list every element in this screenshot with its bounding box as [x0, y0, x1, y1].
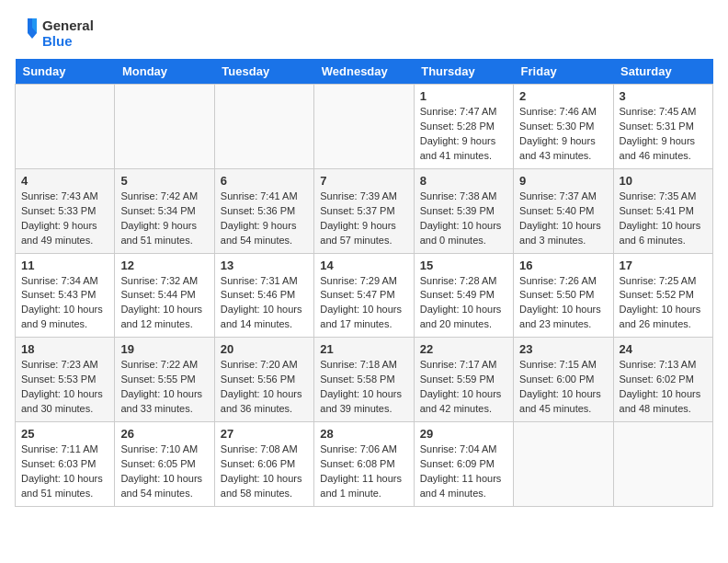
day-number: 22	[420, 342, 507, 356]
col-header-monday: Monday	[115, 59, 214, 85]
day-number: 16	[519, 259, 607, 272]
day-number: 28	[320, 427, 407, 441]
calendar-cell: 10Sunrise: 7:35 AM Sunset: 5:41 PM Dayli…	[613, 168, 712, 253]
week-row-1: 1Sunrise: 7:47 AM Sunset: 5:28 PM Daylig…	[16, 85, 713, 169]
calendar-cell: 29Sunrise: 7:04 AM Sunset: 6:09 PM Dayli…	[414, 422, 513, 507]
day-info: Sunrise: 7:38 AM Sunset: 5:39 PM Dayligh…	[420, 190, 507, 248]
calendar-cell: 11Sunrise: 7:34 AM Sunset: 5:43 PM Dayli…	[16, 253, 115, 338]
header: General Blue	[15, 15, 713, 53]
day-number: 19	[120, 342, 208, 356]
calendar-cell	[314, 85, 414, 169]
day-number: 10	[620, 174, 707, 188]
calendar-cell	[214, 85, 313, 169]
day-number: 7	[320, 174, 407, 188]
svg-text:Blue: Blue	[42, 33, 73, 49]
calendar-cell: 1Sunrise: 7:47 AM Sunset: 5:28 PM Daylig…	[414, 85, 513, 169]
day-info: Sunrise: 7:23 AM Sunset: 5:53 PM Dayligh…	[21, 358, 108, 417]
col-header-tuesday: Tuesday	[214, 59, 313, 85]
day-info: Sunrise: 7:34 AM Sunset: 5:43 PM Dayligh…	[21, 274, 108, 333]
day-info: Sunrise: 7:17 AM Sunset: 5:59 PM Dayligh…	[420, 358, 507, 417]
calendar-cell: 26Sunrise: 7:10 AM Sunset: 6:05 PM Dayli…	[115, 422, 214, 507]
day-info: Sunrise: 7:28 AM Sunset: 5:49 PM Dayligh…	[420, 274, 507, 333]
day-info: Sunrise: 7:06 AM Sunset: 6:08 PM Dayligh…	[320, 442, 407, 501]
calendar-cell: 18Sunrise: 7:23 AM Sunset: 5:53 PM Dayli…	[16, 338, 115, 422]
day-number: 8	[420, 174, 507, 188]
svg-text:General: General	[42, 17, 94, 33]
day-info: Sunrise: 7:25 AM Sunset: 5:52 PM Dayligh…	[620, 274, 707, 333]
day-number: 21	[320, 342, 407, 356]
calendar-cell	[613, 422, 712, 507]
col-header-sunday: Sunday	[16, 59, 115, 85]
day-number: 4	[21, 174, 108, 188]
day-info: Sunrise: 7:43 AM Sunset: 5:33 PM Dayligh…	[21, 190, 108, 248]
day-number: 23	[519, 342, 607, 356]
calendar-cell: 7Sunrise: 7:39 AM Sunset: 5:37 PM Daylig…	[314, 168, 414, 253]
calendar-cell: 16Sunrise: 7:26 AM Sunset: 5:50 PM Dayli…	[514, 253, 613, 338]
calendar-cell: 4Sunrise: 7:43 AM Sunset: 5:33 PM Daylig…	[16, 168, 115, 253]
calendar-cell	[16, 85, 115, 169]
calendar-cell: 19Sunrise: 7:22 AM Sunset: 5:55 PM Dayli…	[115, 338, 214, 422]
day-info: Sunrise: 7:13 AM Sunset: 6:02 PM Dayligh…	[620, 358, 707, 417]
day-info: Sunrise: 7:04 AM Sunset: 6:09 PM Dayligh…	[420, 442, 507, 501]
calendar-cell: 5Sunrise: 7:42 AM Sunset: 5:34 PM Daylig…	[115, 168, 214, 253]
day-info: Sunrise: 7:32 AM Sunset: 5:44 PM Dayligh…	[120, 274, 208, 333]
day-info: Sunrise: 7:22 AM Sunset: 5:55 PM Dayligh…	[120, 358, 208, 417]
day-info: Sunrise: 7:26 AM Sunset: 5:50 PM Dayligh…	[519, 274, 607, 333]
calendar-cell: 24Sunrise: 7:13 AM Sunset: 6:02 PM Dayli…	[613, 338, 712, 422]
day-info: Sunrise: 7:29 AM Sunset: 5:47 PM Dayligh…	[320, 274, 407, 333]
calendar-cell: 22Sunrise: 7:17 AM Sunset: 5:59 PM Dayli…	[414, 338, 513, 422]
day-info: Sunrise: 7:45 AM Sunset: 5:31 PM Dayligh…	[620, 105, 707, 164]
day-info: Sunrise: 7:46 AM Sunset: 5:30 PM Dayligh…	[519, 105, 607, 164]
calendar-cell: 3Sunrise: 7:45 AM Sunset: 5:31 PM Daylig…	[613, 85, 712, 169]
logo-svg: General Blue	[15, 15, 97, 53]
day-number: 1	[420, 89, 507, 103]
day-number: 18	[21, 342, 108, 356]
calendar-cell: 8Sunrise: 7:38 AM Sunset: 5:39 PM Daylig…	[414, 168, 513, 253]
calendar-cell: 13Sunrise: 7:31 AM Sunset: 5:46 PM Dayli…	[214, 253, 313, 338]
day-number: 26	[120, 427, 208, 441]
header-row: SundayMondayTuesdayWednesdayThursdayFrid…	[16, 59, 713, 85]
calendar-cell: 28Sunrise: 7:06 AM Sunset: 6:08 PM Dayli…	[314, 422, 414, 507]
calendar-cell: 2Sunrise: 7:46 AM Sunset: 5:30 PM Daylig…	[514, 85, 613, 169]
logo: General Blue	[15, 15, 97, 53]
calendar-cell: 6Sunrise: 7:41 AM Sunset: 5:36 PM Daylig…	[214, 168, 313, 253]
day-number: 12	[120, 259, 208, 272]
day-info: Sunrise: 7:10 AM Sunset: 6:05 PM Dayligh…	[120, 442, 208, 501]
week-row-3: 11Sunrise: 7:34 AM Sunset: 5:43 PM Dayli…	[16, 253, 713, 338]
day-info: Sunrise: 7:15 AM Sunset: 6:00 PM Dayligh…	[519, 358, 607, 417]
calendar-cell	[115, 85, 214, 169]
day-number: 20	[221, 342, 308, 356]
calendar-cell: 14Sunrise: 7:29 AM Sunset: 5:47 PM Dayli…	[314, 253, 414, 338]
day-info: Sunrise: 7:35 AM Sunset: 5:41 PM Dayligh…	[620, 190, 707, 248]
week-row-4: 18Sunrise: 7:23 AM Sunset: 5:53 PM Dayli…	[16, 338, 713, 422]
day-info: Sunrise: 7:39 AM Sunset: 5:37 PM Dayligh…	[320, 190, 407, 248]
calendar-cell: 25Sunrise: 7:11 AM Sunset: 6:03 PM Dayli…	[16, 422, 115, 507]
day-info: Sunrise: 7:08 AM Sunset: 6:06 PM Dayligh…	[221, 442, 308, 501]
day-number: 9	[519, 174, 607, 188]
calendar-cell: 15Sunrise: 7:28 AM Sunset: 5:49 PM Dayli…	[414, 253, 513, 338]
week-row-5: 25Sunrise: 7:11 AM Sunset: 6:03 PM Dayli…	[16, 422, 713, 507]
day-number: 3	[620, 89, 707, 103]
day-number: 15	[420, 259, 507, 272]
col-header-saturday: Saturday	[613, 59, 712, 85]
day-number: 13	[221, 259, 308, 272]
day-number: 25	[21, 427, 108, 441]
calendar-cell: 20Sunrise: 7:20 AM Sunset: 5:56 PM Dayli…	[214, 338, 313, 422]
day-number: 11	[21, 259, 108, 272]
week-row-2: 4Sunrise: 7:43 AM Sunset: 5:33 PM Daylig…	[16, 168, 713, 253]
col-header-friday: Friday	[514, 59, 613, 85]
calendar-cell: 21Sunrise: 7:18 AM Sunset: 5:58 PM Dayli…	[314, 338, 414, 422]
calendar-cell: 17Sunrise: 7:25 AM Sunset: 5:52 PM Dayli…	[613, 253, 712, 338]
day-info: Sunrise: 7:47 AM Sunset: 5:28 PM Dayligh…	[420, 105, 507, 164]
col-header-thursday: Thursday	[414, 59, 513, 85]
day-info: Sunrise: 7:31 AM Sunset: 5:46 PM Dayligh…	[221, 274, 308, 333]
day-number: 17	[620, 259, 707, 272]
day-info: Sunrise: 7:20 AM Sunset: 5:56 PM Dayligh…	[221, 358, 308, 417]
day-info: Sunrise: 7:42 AM Sunset: 5:34 PM Dayligh…	[120, 190, 208, 248]
day-number: 29	[420, 427, 507, 441]
day-number: 5	[120, 174, 208, 188]
calendar-cell	[514, 422, 613, 507]
day-info: Sunrise: 7:11 AM Sunset: 6:03 PM Dayligh…	[21, 442, 108, 501]
col-header-wednesday: Wednesday	[314, 59, 414, 85]
day-number: 24	[620, 342, 707, 356]
